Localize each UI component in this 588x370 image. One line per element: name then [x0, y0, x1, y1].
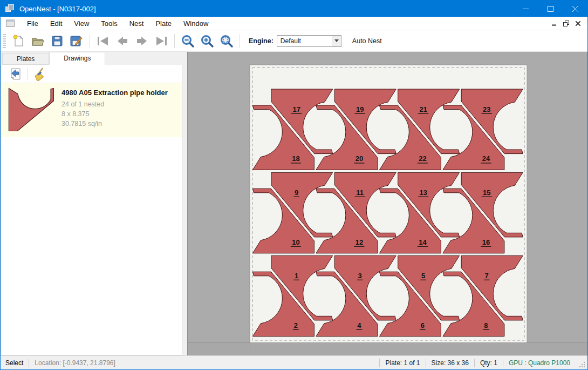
- part-number-label: 17: [292, 105, 300, 113]
- status-qty: Qty: 1: [475, 359, 503, 367]
- part-number-label: 14: [419, 238, 427, 246]
- part-number-label: 16: [482, 238, 490, 246]
- last-icon: [154, 36, 168, 46]
- tab-plates[interactable]: Plates: [2, 53, 49, 65]
- new-icon: [12, 35, 25, 48]
- drawings-toolbar: [1, 65, 182, 83]
- part-number-label: 7: [485, 272, 489, 280]
- part-number-label: 6: [421, 321, 425, 329]
- sidebar-tabstrip: Plates Drawings: [1, 52, 187, 65]
- menu-bar: File Edit View Tools Nest Plate Window: [1, 17, 587, 30]
- first-plate-button[interactable]: [93, 32, 113, 50]
- nest-view[interactable]: 171921231820222491113151012141613572468: [188, 52, 588, 356]
- drawing-list-item[interactable]: 4980 A05 Extraction pipe holder 24 of 1 …: [1, 83, 182, 137]
- part-number-label: 1: [295, 272, 298, 280]
- part-number-label: 8: [484, 321, 488, 329]
- app-icon: [5, 4, 15, 13]
- previous-icon: [116, 36, 129, 46]
- part-number-label: 12: [355, 238, 363, 246]
- part-number-label: 11: [356, 189, 364, 197]
- status-mode: Select: [1, 359, 29, 367]
- part-number-label: 23: [483, 105, 490, 113]
- toolbar-grip[interactable]: [3, 34, 6, 48]
- nest-canvas[interactable]: 171921231820222491113151012141613572468: [187, 52, 587, 355]
- next-plate-button[interactable]: [132, 32, 152, 50]
- drawing-nested-count: 24 of 1 nested: [61, 99, 168, 109]
- zoom-in-icon: [200, 34, 214, 48]
- engine-label: Engine:: [249, 37, 274, 45]
- menu-file[interactable]: File: [21, 17, 44, 30]
- engine-value: Default: [277, 37, 332, 45]
- part-number-label: 15: [483, 189, 490, 197]
- auto-nest-button[interactable]: Auto Nest: [348, 35, 386, 47]
- status-location: Location: [-0.9437, 21.8796]: [29, 359, 120, 367]
- mdi-minimize-button[interactable]: [549, 18, 559, 29]
- canvas-scrollbar[interactable]: [188, 342, 587, 355]
- tab-drawings[interactable]: Drawings: [49, 52, 105, 65]
- zoom-fit-button[interactable]: [217, 32, 236, 50]
- open-icon: [31, 35, 45, 48]
- save-icon: [51, 35, 64, 48]
- resize-grip[interactable]: [579, 361, 585, 369]
- part-number-label: 24: [482, 154, 490, 163]
- menu-window[interactable]: Window: [177, 17, 214, 30]
- drawing-thumbnail: [5, 88, 57, 132]
- menu-tools[interactable]: Tools: [95, 17, 123, 30]
- new-button[interactable]: [9, 32, 28, 50]
- part-number-label: 4: [357, 321, 361, 329]
- menu-plate[interactable]: Plate: [149, 17, 177, 30]
- document-icon: [6, 19, 15, 27]
- mdi-restore-button[interactable]: [560, 18, 571, 29]
- close-button[interactable]: [563, 1, 587, 17]
- last-plate-button[interactable]: [152, 32, 171, 50]
- window-title: OpenNest - [N0317-002]: [19, 5, 96, 13]
- import-drawing-icon: [9, 68, 22, 80]
- part-number-label: 22: [419, 154, 426, 163]
- menu-view[interactable]: View: [68, 17, 95, 30]
- drawing-title: 4980 A05 Extraction pipe holder: [61, 89, 168, 97]
- part-number-label: 5: [421, 272, 425, 280]
- part-number-label: 13: [419, 189, 427, 197]
- clean-button[interactable]: [31, 66, 47, 82]
- status-bar: Select Location: [-0.9437, 21.8796] Plat…: [1, 355, 587, 369]
- save-as-button[interactable]: [67, 32, 86, 50]
- drawings-panel: 4980 A05 Extraction pipe holder 24 of 1 …: [1, 65, 182, 355]
- clean-icon: [32, 67, 45, 81]
- save-button[interactable]: [47, 32, 67, 50]
- part-number-label: 21: [419, 105, 427, 113]
- chevron-down-icon[interactable]: [332, 36, 341, 46]
- engine-select[interactable]: Default: [277, 35, 341, 47]
- menu-nest[interactable]: Nest: [124, 17, 150, 30]
- minimize-button[interactable]: [513, 1, 538, 17]
- mdi-close-button[interactable]: [572, 18, 583, 29]
- save-as-icon: [70, 35, 84, 48]
- open-button[interactable]: [28, 32, 47, 50]
- title-bar: OpenNest - [N0317-002]: [1, 1, 587, 17]
- drawing-size: 8 x 8.375: [61, 109, 168, 119]
- previous-plate-button[interactable]: [113, 32, 132, 50]
- zoom-out-icon: [181, 34, 195, 48]
- part-number-label: 18: [292, 154, 299, 163]
- part-number-label: 3: [358, 272, 362, 280]
- part-number-label: 2: [294, 321, 298, 329]
- part-number-label: 10: [292, 238, 299, 246]
- status-size: Size: 36 x 36: [426, 359, 474, 367]
- first-icon: [96, 36, 110, 46]
- drawing-area: 30.7815 sq/in: [61, 119, 168, 129]
- part-number-label: 20: [355, 154, 363, 163]
- menu-edit[interactable]: Edit: [44, 17, 68, 30]
- status-gpu: GPU : Quadro P1000: [503, 359, 576, 367]
- import-drawing-button[interactable]: [8, 66, 24, 82]
- zoom-in-button[interactable]: [197, 32, 217, 50]
- app-window: OpenNest - [N0317-002] File Edit View To…: [0, 0, 588, 370]
- next-icon: [135, 36, 148, 46]
- main-toolbar: Engine: Default Auto Nest: [1, 30, 587, 52]
- maximize-button[interactable]: [538, 1, 563, 17]
- zoom-out-button[interactable]: [178, 32, 197, 50]
- part-number-label: 19: [356, 105, 364, 113]
- status-plate: Plate: 1 of 1: [380, 359, 425, 367]
- sidebar: Plates Drawings: [1, 52, 187, 355]
- zoom-fit-icon: [220, 34, 234, 48]
- part-number-label: 9: [295, 189, 298, 197]
